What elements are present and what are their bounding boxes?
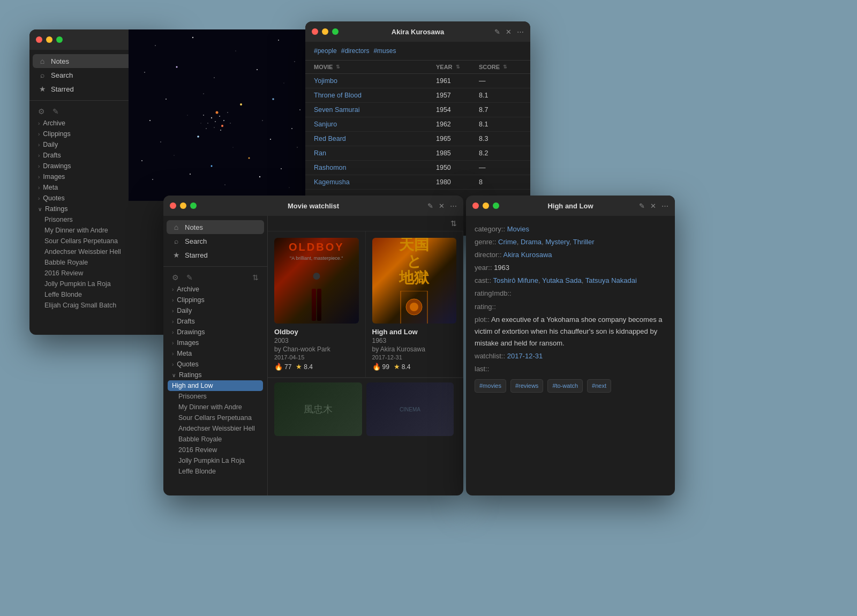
- sidebar-item-starred[interactable]: ★ Starred: [163, 248, 267, 262]
- tag-next[interactable]: #next: [587, 379, 611, 393]
- close-button[interactable]: [312, 28, 318, 35]
- genre-crime[interactable]: Crime: [498, 238, 517, 246]
- movie-title[interactable]: Ran: [314, 149, 436, 157]
- more-options-button[interactable]: ⋯: [517, 28, 524, 36]
- close-icon[interactable]: ✕: [439, 202, 445, 210]
- tag-people[interactable]: #people: [314, 47, 337, 55]
- maximize-button[interactable]: [190, 202, 197, 209]
- minimize-button[interactable]: [46, 36, 52, 43]
- close-icon[interactable]: ✕: [650, 202, 656, 210]
- movie-card-oldboy[interactable]: OLDBOY "A brilliant, masterpiece." ●: [268, 231, 366, 378]
- bottom-poster-1[interactable]: 風忠木: [274, 382, 362, 436]
- table-row[interactable]: Yojimbo 1961 —: [305, 74, 530, 88]
- w-tree-jolly[interactable]: Jolly Pumpkin La Roja: [163, 455, 267, 466]
- table-row[interactable]: Seven Samurai 1954 8.7: [305, 103, 530, 117]
- edit-button[interactable]: ✎: [639, 202, 645, 210]
- table-row[interactable]: Rashomon 1950 —: [305, 161, 530, 175]
- sort-arrow-score[interactable]: ⇅: [503, 64, 507, 70]
- tree-item-andechser[interactable]: Andechser Weissbier Hell: [29, 246, 171, 257]
- movie-title[interactable]: Throne of Blood: [314, 92, 436, 99]
- tree-item-my-dinner[interactable]: My Dinner with Andre: [29, 225, 171, 236]
- sort-arrow-movie[interactable]: ⇅: [336, 64, 340, 70]
- w-tree-andechser[interactable]: Andechser Weissbier Hell: [163, 423, 267, 434]
- cast-mifune[interactable]: Toshirô Mifune: [493, 276, 538, 284]
- tree-item-sour-cellars[interactable]: Sour Cellars Perpetuana: [29, 236, 171, 246]
- edit-button[interactable]: ✎: [494, 28, 500, 36]
- tag-reviews[interactable]: #reviews: [510, 379, 543, 393]
- genre-mystery[interactable]: Mystery: [545, 238, 569, 246]
- maximize-button[interactable]: [56, 36, 63, 43]
- w-tree-quotes[interactable]: › Quotes: [163, 359, 267, 370]
- w-tree-daily[interactable]: › Daily: [163, 305, 267, 316]
- table-row[interactable]: Ran 1985 8.2: [305, 146, 530, 161]
- movie-card-highandlow[interactable]: 明星作品 天国と地獄: [366, 231, 464, 378]
- movie-title[interactable]: Seven Samurai: [314, 106, 436, 114]
- sort-icon[interactable]: ⇅: [252, 273, 259, 282]
- tree-item-elijah[interactable]: Elijah Craig Small Batch: [29, 300, 171, 311]
- minimize-button[interactable]: [322, 28, 328, 35]
- movie-title[interactable]: Rashomon: [314, 164, 436, 171]
- w-tree-archive[interactable]: › Archive: [163, 284, 267, 295]
- table-row[interactable]: Kagemusha 1980 8: [305, 175, 530, 190]
- pencil-icon[interactable]: ✎: [186, 273, 193, 282]
- cast-sada[interactable]: Yutaka Sada: [542, 276, 582, 284]
- w-tree-drafts[interactable]: › Drafts: [163, 316, 267, 327]
- table-row[interactable]: Sanjuro 1962 8.1: [305, 117, 530, 132]
- tree-item-ratings[interactable]: ∨ Ratings: [29, 204, 171, 214]
- cast-nakadai[interactable]: Tatsuya Nakadai: [585, 276, 637, 284]
- movie-title[interactable]: Red Beard: [314, 135, 436, 142]
- maximize-button[interactable]: [493, 202, 499, 209]
- w-tree-2016[interactable]: 2016 Review: [163, 445, 267, 455]
- w-tree-mydinner[interactable]: My Dinner with Andre: [163, 402, 267, 412]
- w-tree-prisoners[interactable]: Prisoners: [163, 391, 267, 402]
- close-button[interactable]: [170, 202, 176, 209]
- gear-icon[interactable]: ⚙: [38, 107, 45, 116]
- tree-item-leffe[interactable]: Leffe Blonde: [29, 289, 171, 300]
- movie-title[interactable]: Kagemusha: [314, 178, 436, 186]
- w-tree-drawings[interactable]: › Drawings: [163, 327, 267, 337]
- w-tree-ratings[interactable]: ∨ Ratings: [163, 370, 267, 380]
- w-tree-babble[interactable]: Babble Royale: [163, 434, 267, 445]
- director-link[interactable]: Akira Kurosawa: [503, 251, 552, 259]
- w-tree-meta[interactable]: › Meta: [163, 348, 267, 359]
- pencil-icon[interactable]: ✎: [52, 107, 59, 116]
- tree-item-babble[interactable]: Babble Royale: [29, 257, 171, 268]
- genre-drama[interactable]: Drama: [521, 238, 542, 246]
- w-tree-leffe[interactable]: Leffe Blonde: [163, 466, 267, 477]
- tag-directors[interactable]: #directors: [341, 47, 370, 55]
- movie-title[interactable]: Sanjuro: [314, 121, 436, 128]
- tag-movies[interactable]: #movies: [475, 379, 506, 393]
- w-tree-images[interactable]: › Images: [163, 337, 267, 348]
- minimize-button[interactable]: [483, 202, 489, 209]
- edit-button[interactable]: ✎: [427, 202, 433, 210]
- sort-arrow-year[interactable]: ⇅: [456, 64, 460, 70]
- tree-item-prisoners[interactable]: Prisoners: [29, 214, 171, 225]
- close-button[interactable]: [36, 36, 42, 43]
- w-tree-sour[interactable]: Sour Cellars Perpetuana: [163, 412, 267, 423]
- category-link[interactable]: Movies: [507, 225, 529, 233]
- w-tree-highandlow[interactable]: High and Low: [168, 380, 263, 391]
- more-options-button[interactable]: ⋯: [661, 202, 668, 210]
- sort-toggle[interactable]: ⇅: [450, 219, 457, 228]
- genre-thriller[interactable]: Thriller: [573, 238, 595, 246]
- svg-point-12: [203, 93, 204, 94]
- close-icon[interactable]: ✕: [506, 28, 512, 36]
- gear-icon[interactable]: ⚙: [172, 273, 179, 282]
- sidebar-item-notes[interactable]: ⌂ Notes: [167, 220, 264, 234]
- movie-title[interactable]: Yojimbo: [314, 77, 436, 85]
- tag-to-watch[interactable]: #to-watch: [547, 379, 583, 393]
- table-row[interactable]: Throne of Blood 1957 8.1: [305, 88, 530, 103]
- maximize-button[interactable]: [332, 28, 339, 35]
- close-button[interactable]: [472, 202, 479, 209]
- minimize-button[interactable]: [180, 202, 186, 209]
- table-row[interactable]: Red Beard 1965 8.3: [305, 132, 530, 146]
- sidebar-item-search[interactable]: ⌕ Search: [163, 234, 267, 248]
- w-tree-clippings[interactable]: › Clippings: [163, 295, 267, 305]
- tree-item-2016[interactable]: 2016 Review: [29, 268, 171, 279]
- tag-muses[interactable]: #muses: [373, 47, 396, 55]
- watchlist-date-link[interactable]: 2017-12-31: [507, 352, 543, 360]
- more-options-button[interactable]: ⋯: [450, 202, 457, 210]
- bottom-poster-2[interactable]: CINEMA: [366, 382, 454, 436]
- tree-item-jolly[interactable]: Jolly Pumpkin La Roja: [29, 279, 171, 289]
- highandlow-poster-content: 明星作品 天国と地獄: [394, 238, 434, 324]
